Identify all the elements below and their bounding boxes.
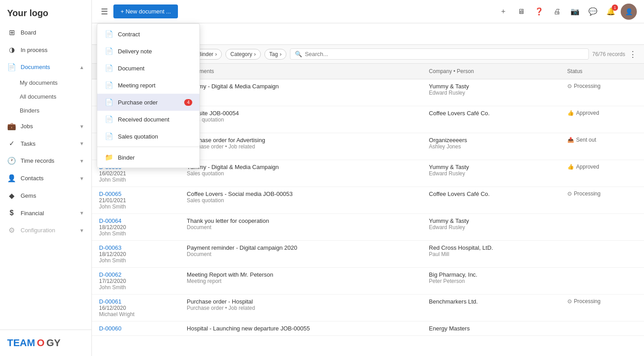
filter-more-button[interactable]: ⋮: [629, 49, 637, 59]
cell-date-owner: D-00064 18/12/2020 John Smith: [92, 214, 180, 241]
doc-id[interactable]: D-00062: [99, 271, 173, 278]
cell-date-owner: D-00065 21/01/2021 John Smith: [92, 187, 180, 214]
person-name: Edward Rusley: [429, 170, 553, 177]
sidebar-item-time-records[interactable]: 🕐 Time records ▼: [0, 152, 91, 169]
sidebar-item-documents[interactable]: 📄 Documents ▲: [0, 58, 91, 76]
filter-binder-label: Binder: [198, 51, 213, 57]
cell-status: [560, 321, 644, 336]
menu-item-binder[interactable]: 📁 Binder: [97, 149, 199, 166]
doc-owner: Michael Wright: [99, 311, 173, 317]
company-name: Benchmarkers Ltd.: [429, 298, 553, 305]
menu-contract-icon: 📄: [104, 30, 113, 38]
hamburger-button[interactable]: ☰: [99, 5, 110, 18]
search-input[interactable]: [305, 51, 583, 57]
cell-company-person: Yummy & Tasty Edward Rusley: [422, 160, 560, 187]
cell-company-person: Coffee Lovers Café Co.: [422, 106, 560, 133]
menu-purchase-order-badge: 4: [184, 99, 192, 106]
menu-item-contract[interactable]: 📄 Contract: [97, 26, 199, 43]
cell-company-person: Energy Masters: [422, 321, 560, 336]
print-button[interactable]: 🖨: [549, 4, 565, 20]
cell-status: 👍 Approved: [560, 160, 644, 187]
company-name: Coffee Lovers Café Co.: [429, 110, 553, 117]
doc-id[interactable]: D-00064: [99, 217, 173, 224]
doc-id[interactable]: D-00063: [99, 244, 173, 251]
filter-search[interactable]: 🔍: [290, 48, 588, 60]
sidebar-item-gems[interactable]: ◆ Gems: [0, 187, 91, 204]
video-button[interactable]: 📷: [567, 4, 583, 20]
menu-item-purchase-order[interactable]: 📄 Purchase order 4: [97, 94, 199, 111]
menu-received-document-icon: 📄: [104, 115, 113, 123]
doc-date: 18/12/2020: [99, 224, 173, 230]
financial-icon: $: [7, 209, 16, 217]
cell-title-type: Yummy - Digital & Media Campaign Sales q…: [180, 160, 422, 187]
cell-title-type: Payment reminder - Digital campaign 2020…: [180, 241, 422, 268]
cell-status: 👍 Approved: [560, 106, 644, 133]
cell-title-type: Hospital - Launching new departure JOB-0…: [180, 321, 422, 336]
filter-category[interactable]: Category ›: [225, 49, 261, 60]
board-icon: ⊞: [7, 28, 16, 37]
menu-item-delivery-note[interactable]: 📄 Delivery note: [97, 43, 199, 60]
menu-item-received-document[interactable]: 📄 Received document: [97, 111, 199, 128]
doc-type: Sales quotation: [187, 197, 415, 204]
cell-company-person: Big Pharmacy, Inc. Peter Peterson: [422, 268, 560, 295]
sidebar-item-configuration[interactable]: ⚙ Configuration ▼: [0, 221, 91, 239]
doc-type: Document: [187, 251, 415, 257]
in-process-icon: ◑: [7, 46, 16, 54]
doc-id[interactable]: D-00065: [99, 191, 173, 197]
chat-button[interactable]: 💬: [585, 4, 601, 20]
cell-company-person: Red Cross Hospital, LtD. Paul Mill: [422, 241, 560, 268]
question-button[interactable]: ❓: [531, 4, 547, 20]
person-name: Edward Rusley: [429, 224, 553, 230]
cell-title-type: Thank you letter for cooperation Documen…: [180, 214, 422, 241]
new-document-button[interactable]: + New document ...: [113, 4, 178, 18]
filter-category-arrow: ›: [254, 51, 256, 57]
table-row: D-00064 18/12/2020 John Smith Thank you …: [92, 214, 644, 241]
jobs-arrow-icon: ▼: [79, 124, 84, 129]
sidebar-item-board[interactable]: ⊞ Board: [0, 24, 91, 41]
doc-date: 21/01/2021: [99, 197, 173, 204]
doc-id[interactable]: D-00061: [99, 298, 173, 305]
menu-item-sales-quotation[interactable]: 📄 Sales quotation: [97, 128, 199, 145]
monitor-button[interactable]: 🖥: [513, 4, 529, 20]
company-name: Yummy & Tasty: [429, 164, 553, 170]
cell-date-owner: D-00063 18/12/2020 John Smith: [92, 241, 180, 268]
sidebar-item-all-documents[interactable]: All documents: [0, 90, 91, 104]
processing-icon: ⊙: [567, 298, 572, 304]
sidebar-nav: ⊞ Board ◑ In process 📄 Documents ▲ My do…: [0, 24, 91, 330]
company-name: Organizeeeers: [429, 137, 553, 143]
approved-icon: 👍: [567, 110, 574, 116]
doc-type: Purchase order • Job related: [187, 305, 415, 311]
sidebar-item-in-process[interactable]: ◑ In process: [0, 41, 91, 58]
sidebar-item-my-documents[interactable]: My documents: [0, 76, 91, 90]
sentout-icon: 📤: [567, 137, 574, 143]
time-records-icon: 🕐: [7, 156, 16, 165]
cell-status: 📤 Sent out: [560, 133, 644, 160]
doc-title: Yummy - Digital & Media Campaign: [187, 83, 415, 90]
menu-item-document[interactable]: 📄 Document: [97, 60, 199, 77]
doc-id[interactable]: D-00060: [99, 325, 173, 332]
menu-received-document-label: Received document: [118, 116, 169, 123]
sidebar-item-jobs[interactable]: 💼 Jobs ▼: [0, 117, 91, 135]
doc-title: Thank you letter for cooperation: [187, 217, 415, 224]
menu-meeting-report-icon: 📄: [104, 81, 113, 89]
sidebar: Your logo ⊞ Board ◑ In process 📄 Documen…: [0, 0, 92, 356]
sidebar-item-financial[interactable]: $ Financial ▼: [0, 204, 91, 221]
cell-title-type: Website JOB-00054 Sales quotation: [180, 106, 422, 133]
topbar: ☰ + New document ... ＋ 🖥 ❓ 🖨 📷 💬 🔔 1 👤: [92, 0, 644, 23]
doc-date: 17/12/2020: [99, 278, 173, 284]
sidebar-item-binders[interactable]: Binders: [0, 104, 91, 117]
sidebar-label-tasks: Tasks: [21, 140, 75, 147]
filter-tag-label: Tag: [269, 51, 278, 57]
doc-owner: John Smith: [99, 204, 173, 210]
filter-tag[interactable]: Tag ›: [264, 49, 286, 60]
processing-icon: ⊙: [567, 191, 572, 197]
financial-arrow-icon: ▼: [79, 210, 84, 216]
doc-title: Purchase order - Hospital: [187, 298, 415, 305]
menu-item-meeting-report[interactable]: 📄 Meeting report: [97, 77, 199, 94]
cell-company-person: Coffee Lovers Café Co.: [422, 187, 560, 214]
sidebar-item-contacts[interactable]: 👤 Contacts ▼: [0, 169, 91, 187]
plus-button[interactable]: ＋: [495, 4, 511, 20]
sidebar-label-configuration: Configuration: [21, 227, 75, 234]
user-avatar[interactable]: 👤: [621, 4, 637, 20]
sidebar-item-tasks[interactable]: ✓ Tasks ▼: [0, 135, 91, 152]
